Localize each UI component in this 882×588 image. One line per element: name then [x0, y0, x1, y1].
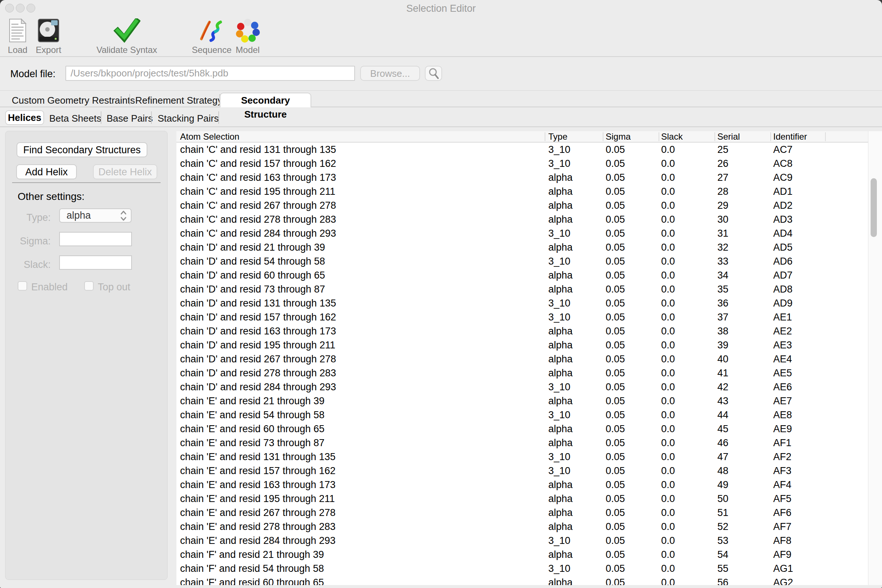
table-cell[interactable]: 0.0 [661, 156, 675, 171]
table-cell[interactable]: alpha [548, 198, 573, 212]
table-cell[interactable]: 0.05 [606, 156, 625, 171]
table-cell[interactable]: 0.05 [606, 548, 625, 561]
table-cell[interactable]: 0.0 [661, 464, 675, 478]
table-cell[interactable]: AG1 [773, 561, 793, 576]
table-cell[interactable]: AF7 [773, 520, 792, 534]
table-cell[interactable]: 0.05 [606, 171, 625, 184]
table-cell[interactable]: 0.05 [606, 534, 625, 548]
table-cell[interactable]: 0.0 [661, 450, 675, 464]
table-cell[interactable]: 36 [717, 296, 728, 310]
table-cell[interactable]: 0.05 [606, 394, 625, 408]
table-cell[interactable]: chain 'E' and resid 157 through 162 [180, 464, 336, 478]
table-cell[interactable]: 53 [717, 534, 728, 548]
model-button[interactable]: Model [233, 18, 262, 55]
table-cell[interactable]: chain 'D' and resid 195 through 211 [180, 338, 336, 352]
column-separator[interactable] [825, 132, 826, 141]
column-separator[interactable] [544, 132, 545, 141]
table-cell[interactable]: AE5 [773, 366, 792, 380]
table-cell[interactable]: chain 'C' and resid 131 through 135 [180, 142, 336, 156]
table-cell[interactable]: 44 [717, 408, 728, 422]
table-cell[interactable]: 32 [717, 240, 728, 254]
subtab-beta-sheets[interactable]: Beta Sheets [49, 113, 101, 124]
table-row[interactable]: chain 'C' and resid 131 through 1353_100… [176, 142, 868, 156]
table-cell[interactable]: 40 [717, 352, 728, 366]
column-header-serial[interactable]: Serial [717, 132, 740, 142]
table-cell[interactable]: alpha [548, 282, 573, 296]
table-cell[interactable]: 0.0 [661, 198, 675, 212]
table-cell[interactable]: 0.05 [606, 408, 625, 422]
table-cell[interactable]: chain 'E' and resid 54 through 58 [180, 408, 324, 422]
table-cell[interactable]: alpha [548, 171, 573, 184]
table-row[interactable]: chain 'D' and resid 157 through 1623_100… [176, 310, 868, 324]
table-cell[interactable]: AD5 [773, 240, 793, 254]
table-cell[interactable]: AF1 [773, 436, 792, 450]
table-cell[interactable]: 37 [717, 310, 728, 324]
table-cell[interactable]: chain 'D' and resid 54 through 58 [180, 254, 325, 268]
table-cell[interactable]: 0.0 [661, 436, 675, 450]
table-row[interactable]: chain 'E' and resid 131 through 1353_100… [176, 450, 868, 464]
table-cell[interactable]: chain 'E' and resid 278 through 283 [180, 520, 336, 534]
table-cell[interactable]: 0.0 [661, 212, 675, 226]
enabled-checkbox[interactable] [18, 281, 27, 291]
add-helix-button[interactable]: Add Helix [16, 164, 77, 179]
table-cell[interactable]: AE4 [773, 352, 792, 366]
table-cell[interactable]: AE1 [773, 310, 792, 324]
table-cell[interactable]: AE8 [773, 408, 792, 422]
table-cell[interactable]: chain 'C' and resid 284 through 293 [180, 226, 336, 240]
table-cell[interactable]: 0.0 [661, 548, 675, 561]
column-header-atom-selection[interactable]: Atom Selection [180, 132, 239, 142]
table-cell[interactable]: 3_10 [548, 310, 570, 324]
table-cell[interactable]: 3_10 [548, 156, 570, 171]
table-cell[interactable]: 0.0 [661, 324, 675, 338]
subtab-helices[interactable]: Helices [5, 110, 44, 125]
table-cell[interactable]: AF5 [773, 492, 792, 506]
table-row[interactable]: chain 'E' and resid 163 through 173alpha… [176, 478, 868, 492]
table-cell[interactable]: AF8 [773, 534, 792, 548]
table-cell[interactable]: 48 [717, 464, 728, 478]
table-row[interactable]: chain 'F' and resid 54 through 583_100.0… [176, 561, 868, 576]
subtab-base-pairs[interactable]: Base Pairs [106, 113, 153, 124]
table-cell[interactable]: 0.05 [606, 478, 625, 492]
table-cell[interactable]: chain 'C' and resid 195 through 211 [180, 184, 336, 198]
table-cell[interactable]: 3_10 [548, 408, 570, 422]
table-cell[interactable]: 0.0 [661, 282, 675, 296]
table-row[interactable]: chain 'E' and resid 54 through 583_100.0… [176, 408, 868, 422]
table-cell[interactable]: AF6 [773, 506, 792, 520]
table-cell[interactable]: 33 [717, 254, 728, 268]
table-cell[interactable]: 3_10 [548, 226, 570, 240]
table-cell[interactable]: AD6 [773, 254, 793, 268]
load-button[interactable]: Load [3, 18, 32, 55]
table-cell[interactable]: 0.0 [661, 296, 675, 310]
table-cell[interactable]: alpha [548, 240, 573, 254]
table-cell[interactable]: alpha [548, 212, 573, 226]
table-cell[interactable]: 3_10 [548, 561, 570, 576]
table-cell[interactable]: 0.05 [606, 352, 625, 366]
table-cell[interactable]: 42 [717, 380, 728, 394]
table-row[interactable]: chain 'D' and resid 284 through 2933_100… [176, 380, 868, 394]
table-cell[interactable]: 0.0 [661, 268, 675, 282]
table-cell[interactable]: AD8 [773, 282, 793, 296]
table-cell[interactable]: chain 'D' and resid 157 through 162 [180, 310, 336, 324]
table-cell[interactable]: 54 [717, 548, 728, 561]
table-cell[interactable]: 0.0 [661, 338, 675, 352]
table-cell[interactable]: alpha [548, 436, 573, 450]
table-row[interactable]: chain 'E' and resid 278 through 283alpha… [176, 520, 868, 534]
table-row[interactable]: chain 'F' and resid 60 through 65alpha0.… [176, 576, 868, 585]
table-cell[interactable]: chain 'F' and resid 54 through 58 [180, 561, 324, 576]
sequence-button[interactable]: Sequence [192, 18, 232, 55]
table-cell[interactable]: 0.0 [661, 422, 675, 436]
table-cell[interactable]: chain 'C' and resid 157 through 162 [180, 156, 336, 171]
table-row[interactable]: chain 'E' and resid 157 through 1623_100… [176, 464, 868, 478]
table-cell[interactable]: AE6 [773, 380, 792, 394]
table-cell[interactable]: 0.0 [661, 478, 675, 492]
column-separator[interactable] [603, 132, 603, 141]
table-cell[interactable]: 0.0 [661, 240, 675, 254]
table-cell[interactable]: 0.0 [661, 380, 675, 394]
table-cell[interactable]: 31 [717, 226, 728, 240]
table-cell[interactable]: 0.05 [606, 282, 625, 296]
table-cell[interactable]: 0.05 [606, 198, 625, 212]
table-cell[interactable]: 30 [717, 212, 728, 226]
table-cell[interactable]: 25 [717, 142, 728, 156]
table-cell[interactable]: AE9 [773, 422, 792, 436]
table-row[interactable]: chain 'D' and resid 278 through 283alpha… [176, 366, 868, 380]
